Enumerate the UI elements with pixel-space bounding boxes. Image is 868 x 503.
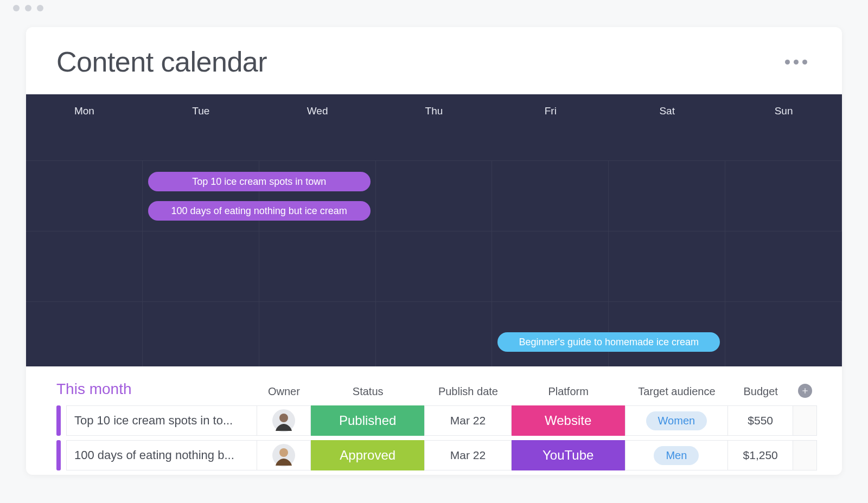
calendar-cell[interactable] [725, 302, 842, 366]
calendar-cell[interactable] [259, 302, 376, 366]
calendar-week-row: Beginner's guide to homemade ice cream [26, 301, 842, 366]
calendar-day-mon: Mon [26, 94, 143, 160]
column-header-budget[interactable]: Budget [728, 385, 793, 398]
calendar-day-wed: Wed [259, 94, 376, 160]
platform-cell[interactable]: YouTube [512, 440, 626, 470]
calendar-cell[interactable] [376, 302, 493, 366]
platform-cell[interactable]: Website [512, 405, 626, 436]
calendar-cell[interactable] [376, 161, 493, 231]
status-cell[interactable]: Published [311, 405, 425, 436]
budget-cell[interactable]: $1,250 [728, 440, 793, 470]
calendar-event[interactable]: Beginner's guide to homemade ice cream [497, 332, 720, 352]
calendar-day-sun: Sun [725, 94, 842, 160]
table-header: This month Owner Status Publish date Pla… [56, 381, 817, 398]
calendar-day-fri: Fri [492, 94, 609, 160]
window-titlebar [0, 0, 868, 16]
calendar-cell[interactable] [492, 161, 609, 231]
target-audience-cell[interactable]: Women [626, 405, 729, 436]
month-section: This month Owner Status Publish date Pla… [26, 366, 842, 470]
audience-tag[interactable]: Men [654, 446, 699, 465]
calendar-cell[interactable] [26, 161, 143, 231]
calendar-event[interactable]: 100 days of eating nothing but ice cream [148, 201, 371, 221]
column-header-platform[interactable]: Platform [512, 385, 626, 398]
window-control-min[interactable] [25, 5, 31, 11]
calendar-cell[interactable] [259, 231, 376, 301]
calendar-cell[interactable] [609, 161, 725, 231]
item-name-cell[interactable]: Top 10 ice cream spots in to... [66, 405, 257, 436]
calendar-cell[interactable] [492, 231, 609, 301]
header: Content calendar [26, 27, 842, 94]
window-control-close[interactable] [13, 5, 20, 11]
status-cell[interactable]: Approved [311, 440, 425, 470]
publish-date-cell[interactable]: Mar 22 [425, 405, 512, 436]
section-title[interactable]: This month [56, 381, 257, 398]
table-row[interactable]: Top 10 ice cream spots in to... Publishe… [56, 405, 817, 436]
app-card: Content calendar Mon Tue Wed Thu Fri Sat… [26, 27, 842, 475]
calendar-cell[interactable] [143, 231, 259, 301]
target-audience-cell[interactable]: Men [626, 440, 729, 470]
ellipsis-icon [794, 60, 799, 65]
calendar-day-tue: Tue [143, 94, 259, 160]
calendar-day-sat: Sat [609, 94, 725, 160]
audience-tag[interactable]: Women [646, 411, 707, 430]
calendar-event[interactable]: Top 10 ice cream spots in town [148, 172, 371, 191]
add-column-button-wrap [793, 384, 817, 398]
page-title: Content calendar [56, 46, 267, 78]
svg-point-1 [279, 414, 288, 422]
publish-date-cell[interactable]: Mar 22 [425, 440, 512, 470]
calendar-day-thu: Thu [376, 94, 493, 160]
budget-cell[interactable]: $550 [728, 405, 793, 436]
ellipsis-icon [785, 60, 790, 65]
calendar-week-row: Top 10 ice cream spots in town 100 days … [26, 160, 842, 231]
calendar-cell[interactable] [725, 161, 842, 231]
trailing-cell [793, 405, 817, 436]
column-header-status[interactable]: Status [311, 385, 425, 398]
plus-icon [801, 387, 809, 395]
owner-cell[interactable] [257, 405, 311, 436]
avatar [272, 444, 295, 467]
window-control-max[interactable] [37, 5, 43, 11]
svg-point-3 [279, 448, 288, 457]
column-header-owner[interactable]: Owner [257, 385, 311, 398]
calendar-week-row [26, 231, 842, 301]
calendar: Mon Tue Wed Thu Fri Sat Sun Top 10 ice c… [26, 94, 842, 366]
calendar-cell[interactable] [26, 302, 143, 366]
row-accent [56, 440, 61, 470]
add-column-button[interactable] [798, 384, 812, 398]
more-menu-button[interactable] [785, 60, 807, 65]
calendar-cell[interactable] [376, 231, 493, 301]
trailing-cell [793, 440, 817, 470]
calendar-header-row: Mon Tue Wed Thu Fri Sat Sun [26, 94, 842, 160]
avatar [272, 409, 295, 432]
ellipsis-icon [802, 60, 807, 65]
column-header-target-audience[interactable]: Target audience [626, 385, 729, 398]
calendar-cell[interactable] [725, 231, 842, 301]
calendar-cell[interactable] [26, 231, 143, 301]
calendar-cell[interactable] [143, 302, 259, 366]
owner-cell[interactable] [257, 440, 311, 470]
table-row[interactable]: 100 days of eating nothing b... Approved… [56, 440, 817, 470]
column-header-publish-date[interactable]: Publish date [425, 385, 512, 398]
calendar-cell[interactable] [609, 231, 725, 301]
item-name-cell[interactable]: 100 days of eating nothing b... [66, 440, 257, 470]
window-frame: Content calendar Mon Tue Wed Thu Fri Sat… [0, 0, 868, 503]
row-accent [56, 405, 61, 436]
